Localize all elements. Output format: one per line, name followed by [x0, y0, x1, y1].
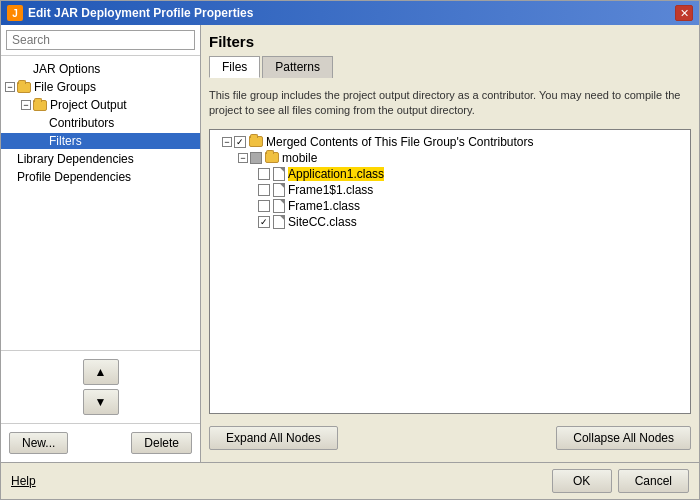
filter-frame1s1-item: Frame1$1.class	[214, 182, 686, 198]
tree-item-project-output[interactable]: − Project Output	[1, 96, 200, 114]
title-bar-left: J Edit JAR Deployment Profile Properties	[7, 5, 253, 21]
frame1s1-label: Frame1$1.class	[288, 183, 373, 197]
tabs: Files Patterns	[209, 56, 691, 78]
sitecc-checkbox[interactable]	[258, 216, 270, 228]
nav-buttons: ▲ ▼	[1, 350, 200, 423]
cancel-button[interactable]: Cancel	[618, 469, 689, 493]
footer-left: Help	[11, 474, 36, 488]
contributors-label: Contributors	[49, 116, 114, 130]
tab-patterns[interactable]: Patterns	[262, 56, 333, 78]
delete-button[interactable]: Delete	[131, 432, 192, 454]
toggle-root[interactable]: −	[222, 137, 232, 147]
sitecc-label: SiteCC.class	[288, 215, 357, 229]
window-icon: J	[7, 5, 23, 21]
search-bar	[1, 25, 200, 56]
move-up-button[interactable]: ▲	[83, 359, 119, 385]
new-button[interactable]: New...	[9, 432, 68, 454]
root-label: Merged Contents of This File Group's Con…	[266, 135, 534, 149]
footer: Help OK Cancel	[1, 462, 699, 499]
footer-right: OK Cancel	[552, 469, 689, 493]
collapse-all-button[interactable]: Collapse All Nodes	[556, 426, 691, 450]
root-folder-icon	[249, 136, 263, 147]
mobile-label: mobile	[282, 151, 317, 165]
tree-item-file-groups[interactable]: − File Groups	[1, 78, 200, 96]
mobile-folder-icon	[265, 152, 279, 163]
close-button[interactable]: ✕	[675, 5, 693, 21]
library-deps-label: Library Dependencies	[17, 152, 134, 166]
file-groups-label: File Groups	[34, 80, 96, 94]
frame1-checkbox[interactable]	[258, 200, 270, 212]
filter-sitecc-item: SiteCC.class	[214, 214, 686, 230]
tree-item-jar-options[interactable]: JAR Options	[1, 60, 200, 78]
tree-item-library-deps[interactable]: Library Dependencies	[1, 150, 200, 168]
filters-label: Filters	[49, 134, 82, 148]
frame1s1-checkbox[interactable]	[258, 184, 270, 196]
filter-frame1-item: Frame1.class	[214, 198, 686, 214]
filter-mobile-item: − mobile	[214, 150, 686, 166]
project-output-label: Project Output	[50, 98, 127, 112]
content-area: JAR Options − File Groups −	[1, 25, 699, 462]
filter-app1-item: Application1.class	[214, 166, 686, 182]
move-down-button[interactable]: ▼	[83, 389, 119, 415]
tab-files[interactable]: Files	[209, 56, 260, 78]
description-text: This file group includes the project out…	[209, 86, 691, 121]
toggle-file-groups[interactable]: −	[5, 82, 15, 92]
app1-file-icon	[273, 167, 285, 181]
root-checkbox[interactable]	[234, 136, 246, 148]
bottom-nav: New... Delete	[1, 423, 200, 462]
ok-button[interactable]: OK	[552, 469, 612, 493]
mobile-checkbox[interactable]	[250, 152, 262, 164]
app1-label: Application1.class	[288, 167, 384, 181]
expand-all-button[interactable]: Expand All Nodes	[209, 426, 338, 450]
window-title: Edit JAR Deployment Profile Properties	[28, 6, 253, 20]
panel-title: Filters	[209, 33, 691, 50]
tree-item-profile-deps[interactable]: Profile Dependencies	[1, 168, 200, 186]
toggle-mobile[interactable]: −	[238, 153, 248, 163]
left-panel: JAR Options − File Groups −	[1, 25, 201, 462]
frame1-file-icon	[273, 199, 285, 213]
folder-icon-project-output	[33, 100, 47, 111]
frame1-label: Frame1.class	[288, 199, 360, 213]
filter-tree: − Merged Contents of This File Group's C…	[209, 129, 691, 414]
tree-item-filters[interactable]: Filters	[1, 132, 200, 150]
folder-icon-file-groups	[17, 82, 31, 93]
sitecc-file-icon	[273, 215, 285, 229]
main-window: J Edit JAR Deployment Profile Properties…	[0, 0, 700, 500]
action-buttons: Expand All Nodes Collapse All Nodes	[209, 422, 691, 454]
toggle-project-output[interactable]: −	[21, 100, 31, 110]
tree-item-contributors[interactable]: Contributors	[1, 114, 200, 132]
help-link[interactable]: Help	[11, 474, 36, 488]
filter-root-item: − Merged Contents of This File Group's C…	[214, 134, 686, 150]
search-input[interactable]	[6, 30, 195, 50]
jar-options-label: JAR Options	[33, 62, 100, 76]
title-bar: J Edit JAR Deployment Profile Properties…	[1, 1, 699, 25]
frame1s1-file-icon	[273, 183, 285, 197]
app1-checkbox[interactable]	[258, 168, 270, 180]
nav-tree: JAR Options − File Groups −	[1, 56, 200, 350]
right-panel: Filters Files Patterns This file group i…	[201, 25, 699, 462]
profile-deps-label: Profile Dependencies	[17, 170, 131, 184]
